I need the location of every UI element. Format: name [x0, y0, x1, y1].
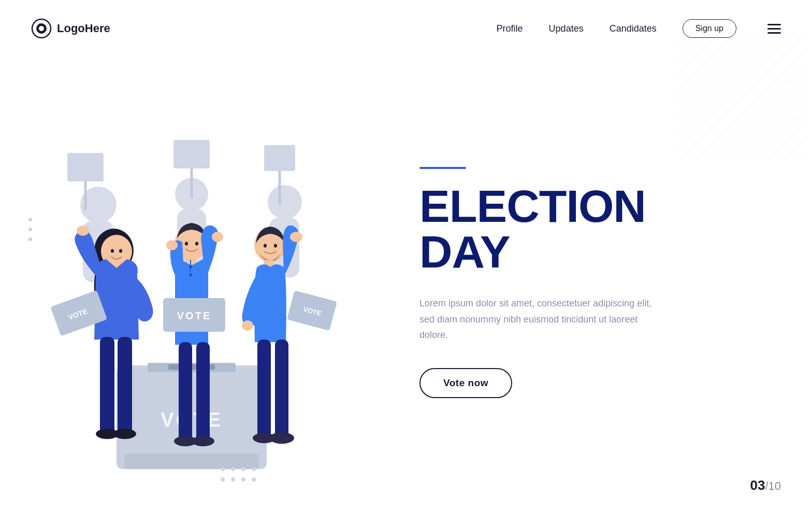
svg-point-67: [252, 477, 256, 482]
nav-link-candidates[interactable]: Candidates: [610, 23, 657, 34]
logo-icon: [31, 18, 52, 39]
svg-point-31: [113, 429, 136, 439]
nav-link-profile[interactable]: Profile: [497, 23, 523, 34]
svg-point-37: [189, 273, 192, 276]
nav-links: Profile Updates Candidates Sign up: [497, 19, 781, 38]
hero-title: ELECTION DAY: [419, 184, 771, 275]
hero-illustration: VOTE VOTE: [16, 111, 368, 485]
svg-point-58: [264, 244, 267, 248]
svg-point-61: [231, 467, 235, 471]
page-counter: 03/10: [750, 477, 781, 493]
svg-point-4: [39, 26, 44, 31]
svg-point-32: [111, 249, 114, 253]
svg-point-36: [189, 265, 192, 269]
svg-point-65: [231, 477, 235, 482]
svg-point-50: [290, 232, 302, 242]
svg-point-25: [77, 225, 89, 236]
svg-point-59: [274, 244, 277, 248]
illustration-area: VOTE VOTE: [0, 80, 388, 485]
svg-rect-28: [100, 337, 114, 435]
svg-point-62: [241, 467, 245, 471]
hero-description: Lorem ipsum dolor sit amet, consectetuer…: [419, 295, 668, 343]
nav-link-updates[interactable]: Updates: [549, 23, 584, 34]
svg-rect-13: [173, 140, 210, 168]
vote-now-button[interactable]: Vote now: [419, 368, 512, 398]
svg-point-39: [212, 232, 223, 242]
svg-text:VOTE: VOTE: [177, 310, 211, 321]
svg-rect-15: [264, 145, 295, 171]
logo-text: LogoHere: [57, 22, 110, 35]
hamburger-menu[interactable]: [767, 24, 781, 34]
svg-point-33: [119, 249, 122, 253]
svg-point-63: [252, 467, 256, 471]
svg-rect-43: [196, 342, 210, 443]
svg-rect-54: [257, 340, 271, 441]
svg-point-38: [166, 240, 178, 250]
accent-line: [419, 167, 466, 169]
svg-rect-55: [275, 340, 288, 441]
navbar: LogoHere Profile Updates Candidates Sign…: [0, 0, 812, 57]
svg-rect-11: [67, 153, 104, 181]
svg-rect-21: [124, 454, 259, 469]
main-content: VOTE VOTE: [0, 57, 812, 508]
svg-point-60: [221, 467, 225, 471]
svg-rect-42: [179, 342, 192, 443]
svg-point-51: [242, 320, 253, 331]
svg-point-57: [269, 432, 294, 444]
svg-point-64: [221, 477, 225, 482]
logo-area[interactable]: LogoHere: [31, 18, 110, 39]
svg-point-46: [185, 242, 188, 246]
svg-point-66: [241, 477, 245, 482]
signup-button[interactable]: Sign up: [683, 19, 736, 38]
svg-point-45: [192, 436, 214, 446]
svg-point-9: [268, 185, 302, 219]
svg-point-47: [195, 242, 198, 246]
svg-rect-29: [118, 337, 132, 435]
right-content: ELECTION DAY Lorem ipsum dolor sit amet,…: [388, 146, 812, 419]
